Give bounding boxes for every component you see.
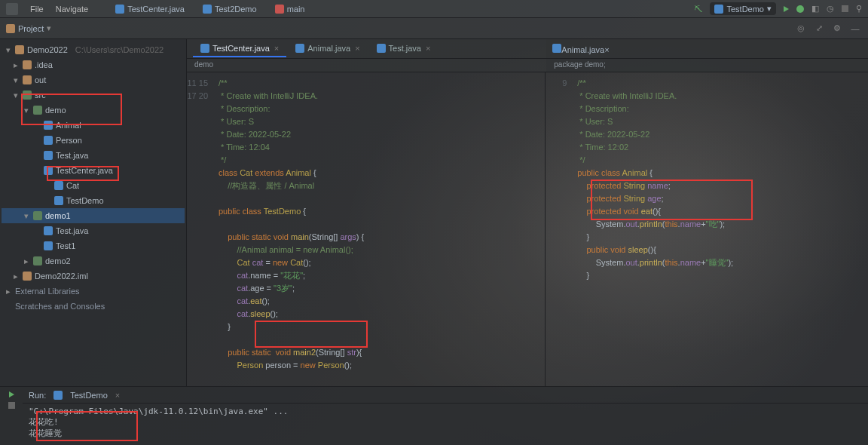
class-icon <box>714 5 723 14</box>
chevron-down-icon: ▾ <box>767 4 772 14</box>
node-icon <box>44 241 53 250</box>
class-icon <box>53 391 63 400</box>
node-label: TestDemo <box>66 194 104 207</box>
target-icon[interactable]: ◎ <box>794 22 808 35</box>
class-icon <box>200 44 209 53</box>
node-icon <box>23 60 32 69</box>
stop-icon[interactable] <box>842 5 848 12</box>
project-breadcrumb[interactable]: Project ▾ <box>6 23 51 33</box>
tree-node[interactable]: ▸.idea <box>2 57 185 72</box>
class-icon <box>377 44 386 53</box>
tree-node[interactable]: Person <box>2 133 185 148</box>
chevron-down-icon: ▾ <box>47 23 51 33</box>
tree-node[interactable]: Test.java <box>2 148 185 163</box>
tree-node[interactable]: ▾out <box>2 72 185 87</box>
tree-node[interactable]: Cat <box>2 178 185 193</box>
run-tabs: Run: TestDemo × <box>23 387 868 404</box>
node-label: Cat <box>66 179 79 192</box>
class-icon <box>203 5 212 14</box>
rerun-icon[interactable] <box>9 391 14 397</box>
node-label: Test1 <box>56 239 75 253</box>
code-right[interactable]: /** * Create with IntelliJ IDEA. * Descr… <box>571 72 868 386</box>
close-icon[interactable]: × <box>355 44 359 53</box>
stop-run-icon[interactable] <box>8 402 15 409</box>
editor-tabs-right: Animal.java× <box>546 39 868 59</box>
top-tab-1[interactable]: Test2Demo <box>197 3 263 15</box>
menu-file[interactable]: File <box>30 5 44 14</box>
run-output[interactable]: "C:\Program Files\Java\jdk-11.0.12\bin\j… <box>23 404 868 445</box>
node-icon <box>33 211 42 220</box>
node-label: demo2 <box>45 254 71 268</box>
node-icon <box>33 106 42 115</box>
tree-node[interactable]: Scratches and Consoles <box>2 299 185 314</box>
editor-tab[interactable]: Animal.java× <box>288 41 367 57</box>
tree-node[interactable]: Test.java <box>2 223 185 238</box>
top-tab-2[interactable]: main <box>269 3 311 15</box>
top-tab-0-label: TestCenter.java <box>127 5 185 14</box>
node-label: demo <box>45 103 66 117</box>
gutter-right: 9 <box>546 72 571 386</box>
close-icon[interactable]: × <box>274 44 279 53</box>
tree-node[interactable]: Animal <box>2 118 185 133</box>
tree-node[interactable]: ▾src <box>2 87 185 103</box>
editor-tab[interactable]: TestCenter.java× <box>193 41 286 57</box>
editor-breadcrumb-right: package demo; <box>546 59 868 72</box>
editor-left[interactable]: 11 15 17 20 /** * Create with IntelliJ I… <box>187 72 546 386</box>
run-config-selector[interactable]: TestDemo ▾ <box>710 2 776 15</box>
node-icon <box>54 181 63 190</box>
editor-tab[interactable]: Animal.java× <box>552 44 609 54</box>
node-label: Demo2022 <box>27 43 68 57</box>
node-label: demo1 <box>45 209 71 222</box>
build-icon[interactable]: ⛏ <box>694 5 702 14</box>
close-icon[interactable]: × <box>115 391 120 400</box>
run-config-label: TestDemo <box>726 5 764 14</box>
node-label: TestCenter.java <box>56 164 113 177</box>
node-label: src <box>35 88 46 102</box>
project-tree[interactable]: ▾Demo2022C:\Users\src\Demo2022▸.idea▾out… <box>0 39 187 386</box>
breadcrumb-project: Project <box>18 24 44 33</box>
node-icon <box>44 166 53 175</box>
debug-icon[interactable] <box>796 5 804 13</box>
tree-node[interactable]: ▾demo <box>2 103 185 118</box>
menu-navigate[interactable]: Navigate <box>56 5 88 14</box>
node-label: Animal <box>56 118 81 132</box>
tree-node[interactable]: ▾Demo2022C:\Users\src\Demo2022 <box>2 42 185 57</box>
run-panel: Run: TestDemo × "C:\Program Files\Java\j… <box>0 386 868 445</box>
tree-node[interactable]: ▸demo2 <box>2 253 185 269</box>
node-label: Scratches and Consoles <box>15 299 105 313</box>
top-tab-0[interactable]: TestCenter.java <box>109 3 191 15</box>
tree-node[interactable]: TestCenter.java <box>2 163 185 178</box>
node-icon <box>33 256 42 265</box>
run-icon[interactable] <box>784 6 789 12</box>
node-icon <box>23 75 32 84</box>
node-label: Demo2022.iml <box>35 269 88 283</box>
node-icon <box>23 272 32 281</box>
tree-node[interactable]: Test1 <box>2 238 185 253</box>
node-label: Test.java <box>56 224 88 238</box>
close-icon[interactable]: × <box>426 44 430 53</box>
search-icon[interactable]: ⚲ <box>856 4 862 14</box>
editor-split: 11 15 17 20 /** * Create with IntelliJ I… <box>187 72 868 386</box>
top-tab-2-label: main <box>287 5 305 14</box>
run-side <box>0 387 23 445</box>
close-icon[interactable]: × <box>604 45 609 54</box>
expand-icon[interactable]: ⤢ <box>812 22 826 35</box>
tree-node[interactable]: ▸Demo2022.iml <box>2 269 185 284</box>
coverage-icon[interactable]: ◧ <box>811 4 819 14</box>
tree-node[interactable]: TestDemo <box>2 193 185 208</box>
main-icon <box>275 5 284 14</box>
code-left[interactable]: /** * Create with IntelliJ IDEA. * Descr… <box>212 72 545 386</box>
editor-tab[interactable]: Test.java× <box>369 41 439 57</box>
collapse-icon[interactable]: — <box>848 22 862 35</box>
tab-label: TestCenter.java <box>212 44 270 53</box>
node-label: .idea <box>35 58 53 72</box>
settings-icon[interactable]: ⚙ <box>830 22 844 35</box>
menubar: File Navigate TestCenter.java Test2Demo … <box>0 0 868 18</box>
editor-right[interactable]: 9 /** * Create with IntelliJ IDEA. * Des… <box>546 72 868 386</box>
tree-node[interactable]: ▸External Libraries <box>2 284 185 299</box>
tree-node[interactable]: ▾demo1 <box>2 208 185 223</box>
run-tab-name[interactable]: TestDemo <box>70 391 108 400</box>
profile-icon[interactable]: ◷ <box>827 4 834 14</box>
tab-label: Animal.java <box>561 45 604 54</box>
node-icon <box>44 121 53 130</box>
